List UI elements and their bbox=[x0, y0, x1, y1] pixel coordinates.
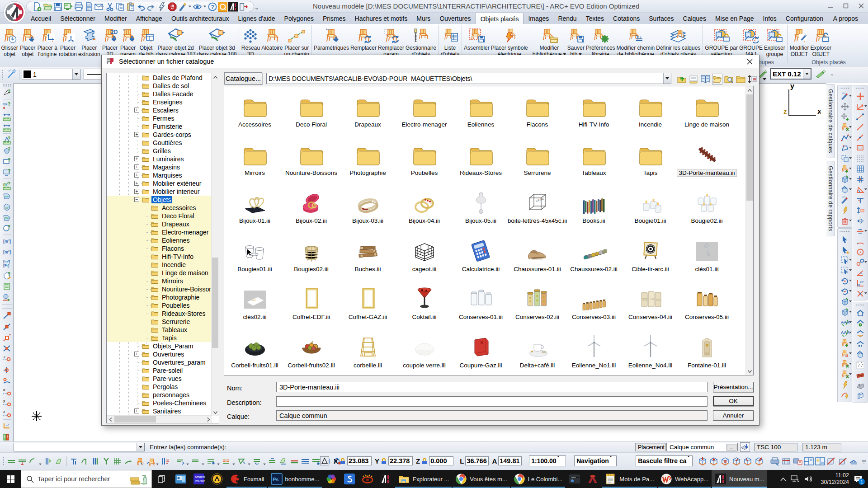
tool-sel-box-3[interactable] bbox=[838, 265, 852, 276]
taskbar-le-colombi[interactable]: Le Colombi... bbox=[510, 470, 566, 488]
tool-rot-sel-5[interactable] bbox=[838, 286, 852, 296]
tree-item-poubelles[interactable]: Poubelles bbox=[107, 301, 211, 310]
file-item-delta-cafe-iii[interactable]: Delta+café.iii bbox=[509, 330, 566, 375]
tree-item-linge-de-maison[interactable]: Linge de maison bbox=[107, 269, 211, 277]
tool-q-rect[interactable]: ? bbox=[1, 156, 12, 167]
tree-item-electro-menager[interactable]: Electro-menager bbox=[107, 228, 211, 236]
tree-item-serrurerie[interactable]: Serrurerie bbox=[107, 318, 211, 326]
tree-scroll-up-icon[interactable] bbox=[212, 73, 219, 81]
wall-tool-4[interactable] bbox=[54, 456, 64, 467]
tree-item-pare-soleil[interactable]: Pare-soleil bbox=[107, 366, 211, 375]
wall-tool-20[interactable] bbox=[237, 456, 247, 467]
tree-item-mobilier-interieur[interactable]: +Mobilier interieur bbox=[107, 188, 211, 196]
tool-updown-11[interactable] bbox=[853, 205, 867, 216]
file-vertical-scrollbar[interactable] bbox=[745, 86, 753, 375]
tool-fliph-12[interactable] bbox=[853, 216, 867, 226]
tree-item-sanitaires[interactable]: +Sanitaires bbox=[107, 407, 211, 415]
file-item-books-iii[interactable]: Books.iii bbox=[566, 185, 622, 234]
eye-dropdown-icon[interactable] bbox=[203, 5, 207, 8]
wall-tool-7[interactable] bbox=[80, 456, 90, 467]
file-item-corbeille-iii[interactable]: corbeille.iii bbox=[340, 330, 396, 375]
tool-tee-10[interactable] bbox=[853, 195, 867, 205]
file-item-chaussures-02-iii[interactable]: Chaussures-02.iii bbox=[566, 234, 622, 282]
tool-wall-x-8[interactable] bbox=[853, 174, 867, 184]
view-tool-13[interactable] bbox=[837, 456, 848, 467]
tool-sel-box-2[interactable] bbox=[838, 255, 852, 265]
tool-s-center[interactable] bbox=[1, 332, 12, 343]
tab-textes[interactable]: Textes bbox=[581, 13, 609, 24]
file-item-bougie02-iii[interactable]: Bougie02.iii bbox=[679, 185, 735, 234]
tree-item-poeles-cheminees[interactable]: Poeles-Cheminees bbox=[107, 399, 211, 407]
length-value[interactable]: 36.766 bbox=[465, 456, 489, 465]
taskbar-bonhomme[interactable]: Psbonhomme... bbox=[268, 470, 323, 488]
file-item-flacons[interactable]: Flacons bbox=[509, 89, 566, 137]
tree-scroll-thumb-h[interactable] bbox=[114, 416, 156, 422]
file-item-coupure-gaz-iii[interactable]: Coupure-Gaz.iii bbox=[453, 330, 509, 375]
undo-icon[interactable] bbox=[136, 2, 146, 11]
tab-hachures-et-motifs[interactable]: Hachures et motifs bbox=[350, 13, 412, 24]
folder-open-view-icon[interactable] bbox=[712, 74, 722, 84]
view-tool-11[interactable] bbox=[815, 456, 826, 467]
file-item-boite-lettres-45x45c-iii[interactable]: CIGNOboite-lettres-45x45c.iii bbox=[509, 185, 566, 234]
file-item-eolienne-no1-iii[interactable]: Eolienne_No1.iii bbox=[566, 330, 622, 375]
file-item-corbeil-fruits01-iii[interactable]: Corbeil-fruits01.iii bbox=[226, 330, 283, 375]
wall-tool-26[interactable] bbox=[311, 456, 321, 467]
new-file-icon[interactable] bbox=[32, 2, 42, 11]
scale-combo[interactable]: 1:100.00 bbox=[529, 455, 566, 466]
tool-tex-brick-6[interactable] bbox=[853, 370, 867, 380]
expand-box[interactable]: + bbox=[134, 408, 139, 413]
view-tool-7[interactable] bbox=[769, 456, 780, 467]
tool-pen-edit-10[interactable] bbox=[838, 195, 852, 205]
tool-s-x[interactable] bbox=[1, 343, 12, 353]
tree-item-fermes[interactable]: Fermes bbox=[107, 114, 211, 122]
tool-bolt-y-11[interactable] bbox=[838, 205, 852, 216]
tool-house-gear-1[interactable] bbox=[853, 318, 867, 328]
file-item-poubelles[interactable]: Poubelles bbox=[396, 137, 453, 186]
size-list-icon[interactable] bbox=[747, 74, 758, 84]
tool-q-bm2[interactable]: [m²] bbox=[1, 236, 12, 246]
file-item-fontaine-01-iii[interactable]: Fontaine-01.iii bbox=[679, 330, 735, 375]
tree-item-objets-param[interactable]: Objets_Param bbox=[107, 342, 211, 350]
view-tool-8[interactable] bbox=[781, 456, 792, 467]
tray-chevron-icon[interactable] bbox=[780, 477, 786, 481]
stop-icon[interactable] bbox=[167, 2, 177, 11]
z-coordinate[interactable]: 0.000 bbox=[429, 456, 453, 465]
dropdown-icon[interactable] bbox=[759, 74, 769, 84]
file-item-tableaux[interactable]: Tableaux bbox=[566, 137, 622, 186]
dialog-close-icon[interactable] bbox=[740, 55, 759, 68]
tree-horizontal-scrollbar[interactable] bbox=[107, 415, 212, 423]
tool-s-ruler[interactable] bbox=[1, 432, 12, 442]
file-scroll-down-icon[interactable] bbox=[746, 367, 754, 375]
file-item-3d-porte-manteau-iii[interactable]: 3D-Porte-manteau.iii bbox=[679, 137, 735, 186]
tool-s-xa[interactable]: x bbox=[1, 386, 12, 397]
tab-modifier[interactable]: Modifier bbox=[100, 13, 132, 24]
ext-combo-arrow-icon[interactable] bbox=[803, 69, 811, 79]
tool-house-box-4[interactable] bbox=[853, 349, 867, 360]
view-tool-10[interactable] bbox=[803, 456, 814, 467]
taskbar-gopro[interactable]: GoPro bbox=[566, 470, 584, 488]
tree-item-escaliers[interactable]: +Escaliers bbox=[107, 106, 211, 114]
tab-lignes-d-aide[interactable]: Lignes d'aide bbox=[234, 13, 280, 24]
tab-images[interactable]: Images bbox=[524, 13, 553, 24]
wall-tool-19[interactable] bbox=[222, 456, 231, 467]
ribbon-item-exploser-objet[interactable]: ExploserOBJET bbox=[810, 24, 832, 62]
folder-new-icon[interactable] bbox=[689, 74, 699, 84]
taskbar-arcplus[interactable] bbox=[377, 470, 395, 488]
z-lock-icon[interactable] bbox=[421, 458, 428, 465]
tool-polyline-4[interactable] bbox=[838, 132, 852, 143]
collapse-box[interactable]: − bbox=[134, 197, 139, 202]
tool-q-shape[interactable]: ? bbox=[1, 145, 12, 156]
tool-q-box[interactable]: ? bbox=[1, 270, 12, 281]
print-icon[interactable] bbox=[74, 2, 83, 11]
wall-tool-9[interactable] bbox=[102, 456, 112, 467]
file-item-calculatrice-iii[interactable]: Calculatrice.iii bbox=[453, 234, 509, 282]
view-tool-14[interactable] bbox=[849, 456, 859, 467]
combo-arrow-icon[interactable] bbox=[72, 69, 80, 80]
ext-more-icon[interactable]: ⌄ bbox=[830, 71, 834, 77]
tool-q-www[interactable]: www bbox=[1, 292, 12, 302]
tree-item-eoliennes[interactable]: Eoliennes bbox=[107, 236, 211, 244]
tab-surfaces[interactable]: Surfaces bbox=[644, 13, 678, 24]
tree-item-tableaux[interactable]: Tableaux bbox=[107, 326, 211, 334]
tab-mise-en-page[interactable]: Mise en Page bbox=[711, 13, 759, 24]
file-item-photographie[interactable]: Photographie bbox=[340, 137, 396, 186]
